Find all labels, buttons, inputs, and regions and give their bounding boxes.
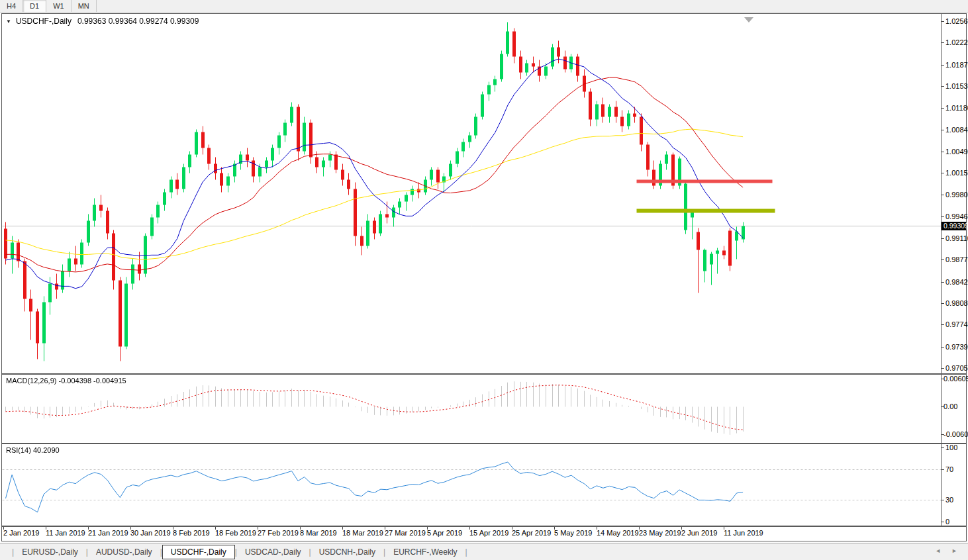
chart-tab-audusd[interactable]: AUDUSD-,Daily bbox=[88, 545, 160, 559]
price-axis-tick bbox=[942, 152, 944, 152]
price-axis-label: 0.98080 bbox=[945, 299, 968, 307]
rsi-panel: RSI(14) 40.2090 10070300 bbox=[2, 444, 966, 527]
tab-separator: | bbox=[465, 547, 467, 557]
rsi-plot-area: RSI(14) 40.2090 bbox=[2, 444, 942, 526]
date-axis-label: 5 May 2019 bbox=[554, 529, 592, 537]
rsi-axis-label: 70 bbox=[945, 465, 953, 473]
date-axis-label: 23 May 2019 bbox=[639, 529, 681, 537]
price-axis-tick bbox=[942, 42, 944, 43]
price-axis-label: 1.00150 bbox=[945, 169, 968, 177]
rsi-axis: 10070300 bbox=[942, 444, 966, 526]
chart-tab-usdchf[interactable]: USDCHF-,Daily bbox=[162, 545, 235, 559]
price-axis-label: 0.98420 bbox=[945, 278, 968, 286]
date-axis-label: 11 Jan 2019 bbox=[46, 529, 85, 537]
chart-tab-eurusd[interactable]: EURUSD-,Daily bbox=[14, 545, 86, 559]
price-axis-tick bbox=[942, 195, 944, 195]
symbol-title: USDCHF-,Daily bbox=[16, 17, 72, 26]
ohlc-quotes: 0.99363 0.99364 0.99274 0.99309 bbox=[77, 17, 199, 26]
price-axis-label: 0.99110 bbox=[945, 234, 968, 242]
date-axis-label: 15 Apr 2019 bbox=[469, 529, 508, 537]
price-panel: ▼ USDCHF-,Daily 0.99363 0.99364 0.99274 … bbox=[2, 14, 966, 375]
price-axis-tick bbox=[942, 303, 944, 304]
macd-axis-label: 0.006058 bbox=[944, 375, 968, 383]
price-chart-canvas[interactable] bbox=[2, 14, 941, 373]
price-axis-label: 0.99460 bbox=[945, 212, 968, 220]
price-axis-tick bbox=[942, 130, 944, 130]
rsi-axis-tick bbox=[942, 469, 944, 470]
tab-scroll-right-icon[interactable]: ► bbox=[951, 547, 957, 554]
price-axis-label: 1.00490 bbox=[945, 148, 968, 156]
macd-label: MACD(12,26,9) -0.004398 -0.004915 bbox=[6, 377, 126, 385]
price-axis-tick bbox=[942, 368, 944, 369]
rsi-axis-label: 0 bbox=[945, 518, 949, 526]
price-axis-tick bbox=[942, 86, 944, 87]
price-axis-label: 1.01870 bbox=[945, 61, 968, 69]
macd-axis-label: -0.006096 bbox=[944, 430, 968, 438]
symbol-dropdown-icon[interactable]: ▼ bbox=[6, 19, 11, 24]
price-axis-tick bbox=[942, 108, 944, 109]
price-axis-label: 1.02220 bbox=[945, 38, 968, 46]
rsi-axis-label: 30 bbox=[945, 496, 953, 504]
rsi-axis-label: 100 bbox=[945, 443, 957, 451]
price-axis-tick bbox=[942, 238, 944, 239]
timeframe-button-w1[interactable]: W1 bbox=[46, 0, 72, 12]
date-axis-label: 5 Apr 2019 bbox=[427, 529, 462, 537]
macd-plot-area: MACD(12,26,9) -0.004398 -0.004915 bbox=[2, 375, 942, 443]
price-axis-tick bbox=[942, 21, 944, 22]
price-axis-label: 0.97390 bbox=[945, 343, 968, 351]
price-axis-label: 1.01530 bbox=[945, 82, 968, 90]
price-axis-label: 1.00840 bbox=[945, 126, 968, 134]
date-axis-label: 8 Feb 2019 bbox=[173, 529, 210, 537]
price-plot-area: ▼ USDCHF-,Daily 0.99363 0.99364 0.99274 … bbox=[2, 14, 942, 373]
date-axis-label: 2 Jan 2019 bbox=[3, 529, 39, 537]
timeframe-toolbar: H4D1W1MN bbox=[0, 0, 968, 13]
date-axis-label: 25 Apr 2019 bbox=[512, 529, 551, 537]
price-axis: 0.99309 1.025601.022201.018701.015301.01… bbox=[942, 14, 966, 373]
date-axis-label: 21 Jan 2019 bbox=[88, 529, 128, 537]
timeframe-button-d1[interactable]: D1 bbox=[23, 0, 46, 12]
price-axis-label: 0.98770 bbox=[945, 256, 968, 263]
chart-tab-bar: |EURUSD-,Daily|AUDUSD-,Daily|USDCHF-,Dai… bbox=[0, 543, 968, 560]
price-axis-label: 0.99800 bbox=[945, 191, 968, 199]
macd-canvas[interactable] bbox=[2, 375, 941, 443]
macd-axis: 0.0060580.00-0.006096 bbox=[942, 375, 966, 443]
timeframe-button-h4[interactable]: H4 bbox=[0, 0, 23, 12]
macd-panel: MACD(12,26,9) -0.004398 -0.004915 0.0060… bbox=[2, 375, 966, 444]
chart-tab-eurchf[interactable]: EURCHF-,Weekly bbox=[385, 545, 465, 559]
rsi-axis-tick bbox=[942, 447, 944, 448]
price-axis-label: 1.02560 bbox=[945, 17, 968, 25]
date-axis-label: 18 Feb 2019 bbox=[215, 529, 256, 537]
date-axis-label: 14 May 2019 bbox=[597, 529, 639, 537]
date-axis-label: 18 Mar 2019 bbox=[342, 529, 383, 537]
price-axis-label: 0.97050 bbox=[945, 364, 968, 372]
rsi-label: RSI(14) 40.2090 bbox=[6, 446, 60, 454]
current-price-tag: 0.99309 bbox=[942, 222, 966, 230]
price-axis-tick bbox=[942, 173, 944, 173]
date-axis-label: 2 Jun 2019 bbox=[681, 529, 717, 537]
price-axis-tick bbox=[942, 65, 944, 66]
price-axis-tick bbox=[942, 216, 944, 217]
date-axis-label: 8 Mar 2019 bbox=[300, 529, 337, 537]
chart-shift-marker-icon[interactable] bbox=[744, 17, 753, 23]
price-axis-label: 0.97740 bbox=[945, 320, 968, 328]
tab-scroll-arrows: ◄ ► bbox=[935, 547, 957, 554]
date-axis: 2 Jan 201911 Jan 201921 Jan 201930 Jan 2… bbox=[2, 527, 966, 541]
price-axis-tick bbox=[942, 259, 944, 260]
date-axis-label: 27 Mar 2019 bbox=[385, 529, 426, 537]
tab-scroll-left-icon[interactable]: ◄ bbox=[935, 547, 941, 554]
chart-tab-usdcnh[interactable]: USDCNH-,Daily bbox=[311, 545, 383, 559]
price-axis-tick bbox=[942, 324, 944, 325]
price-axis-tick bbox=[942, 347, 944, 348]
chart-window: ▼ USDCHF-,Daily 0.99363 0.99364 0.99274 … bbox=[1, 13, 967, 541]
date-axis-label: 27 Feb 2019 bbox=[258, 529, 299, 537]
price-axis-tick bbox=[942, 282, 944, 283]
rsi-canvas[interactable] bbox=[2, 444, 941, 526]
rsi-axis-tick bbox=[942, 500, 944, 500]
chart-title: ▼ USDCHF-,Daily 0.99363 0.99364 0.99274 … bbox=[6, 17, 199, 26]
rsi-axis-tick bbox=[942, 522, 944, 522]
chart-tab-usdcad[interactable]: USDCAD-,Daily bbox=[237, 545, 309, 559]
date-axis-label: 30 Jan 2019 bbox=[130, 529, 171, 537]
macd-axis-label: 0.00 bbox=[944, 402, 957, 410]
timeframe-button-mn[interactable]: MN bbox=[72, 0, 97, 12]
price-axis-label: 1.01180 bbox=[945, 104, 968, 112]
